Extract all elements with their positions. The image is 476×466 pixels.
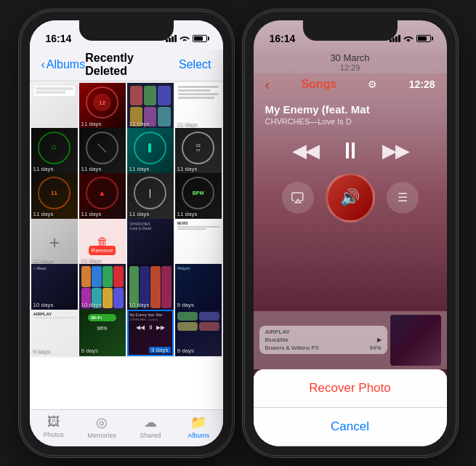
tab-shared[interactable]: ☁ Shared	[126, 414, 175, 439]
cell-days: 11 days	[129, 166, 150, 172]
time-left: 16:14	[46, 33, 72, 44]
cell-days: 9 days	[149, 347, 171, 353]
wifi-icon	[179, 35, 190, 42]
action-sheet: Recover Photo Cancel	[254, 369, 447, 446]
cell-days: 11 days	[81, 257, 102, 263]
airplay-button[interactable]	[282, 182, 314, 214]
photo-grid: 12 11 days 11 days	[30, 81, 223, 358]
battery-icon-right	[416, 35, 431, 42]
wifi-icon-right	[403, 35, 414, 42]
recover-photo-label: Recover Photo	[309, 381, 390, 395]
select-button[interactable]: Select	[179, 58, 211, 71]
photo-cell[interactable]: 123 9 11 days	[175, 128, 222, 174]
now-playing-time: 12:28	[409, 79, 435, 90]
photo-cell[interactable]: NEWS	[175, 219, 222, 265]
pause-button[interactable]: ⏸	[339, 137, 362, 164]
queue-button[interactable]: ☰	[387, 182, 419, 214]
volume-button[interactable]: 🔊	[326, 173, 375, 222]
playback-controls: ◀◀ ⏸ ▶▶	[265, 137, 435, 164]
airplay-row: AIRPLAY Blue&Me ▶ Bowers & Wilkins PX 94…	[259, 326, 387, 354]
music-title: My Enemy (feat. Mat	[265, 103, 435, 116]
cell-days: 11 days	[129, 121, 150, 127]
albums-icon: 📁	[190, 414, 206, 430]
photo-cell[interactable]: 11 days	[175, 83, 222, 129]
battery-icon	[193, 35, 207, 42]
list-icon: ☰	[398, 190, 408, 204]
photo-cell[interactable]: 9 days	[175, 310, 222, 356]
tab-bar: 🖼 Photos ◎ Memories ☁ Shared 📁 Albums	[30, 409, 223, 446]
photo-cell[interactable]: 11 days	[127, 128, 174, 174]
photo-cell[interactable]: 11 days	[127, 173, 174, 220]
cell-days: 10 days	[81, 302, 102, 308]
notch-right	[303, 20, 398, 41]
cancel-button[interactable]: Cancel	[254, 408, 447, 446]
svg-marker-0	[295, 199, 301, 203]
tab-albums[interactable]: 📁 Albums	[174, 414, 223, 439]
photo-cell[interactable]: 11 11 days	[31, 173, 78, 220]
tab-photos[interactable]: 🖼 Photos	[30, 414, 78, 438]
music-subtitle: CHVRCHES—Love Is D	[265, 117, 435, 126]
date-text: 30 March	[254, 52, 447, 63]
cell-days: 11 days	[81, 211, 102, 217]
airplay-device-1: Blue&Me ▶	[265, 337, 382, 343]
settings-icon-right[interactable]: ⚙	[368, 79, 377, 90]
cell-days: 11 days	[33, 166, 54, 172]
airplay-device-2: Bowers & Wilkins PX 94%	[265, 345, 382, 351]
photo-cell[interactable]: 12 11 days	[79, 83, 126, 129]
tab-shared-label: Shared	[140, 432, 161, 439]
recover-photo-button[interactable]: Recover Photo	[254, 369, 447, 408]
cell-days: 10 days	[129, 302, 150, 308]
cell-days: 11 days	[177, 166, 198, 172]
tab-photos-label: Photos	[44, 431, 64, 438]
action-sheet-overlay: AIRPLAY Blue&Me ▶ Bowers & Wilkins PX 94…	[254, 311, 447, 446]
photo-cell[interactable]: 11 days	[79, 128, 126, 174]
cell-days: 11 days	[81, 166, 102, 172]
tab-memories[interactable]: ◎ Memories	[78, 414, 126, 439]
photo-cell[interactable]: ♫ Music 10 days	[31, 264, 78, 310]
status-icons-left	[166, 35, 207, 42]
rewind-button[interactable]: ◀◀	[292, 140, 318, 162]
nav-title-left: Recently Deleted	[85, 52, 179, 78]
photo-cell[interactable]: Widgets 9 days	[175, 264, 222, 310]
volume-icon: 🔊	[340, 188, 360, 207]
phone-left-screen: 16:14	[30, 20, 223, 446]
cell-days: 10 days	[33, 302, 54, 308]
cell-days: 9 days	[81, 348, 99, 354]
cell-days: 11 days	[33, 211, 54, 217]
tab-memories-label: Memories	[87, 432, 116, 439]
nav-bar-left: ‹ Albums Recently Deleted Select	[30, 49, 223, 81]
volume-control: 🔊 ☰	[265, 173, 435, 222]
photo-cell[interactable]: My Enemy feat. Mat CHVRCHES - Love Is ◀◀…	[127, 310, 174, 356]
cell-days: 11 days	[33, 257, 54, 263]
photo-cell[interactable]	[31, 83, 78, 129]
photo-cell[interactable]: 10 days	[79, 264, 126, 310]
photo-cell[interactable]: 11 days	[127, 83, 174, 129]
photo-cell[interactable]: ▲ 11 days	[79, 173, 126, 220]
photo-cell-plus[interactable]: ＋ 11 days	[31, 219, 78, 265]
cell-days: 11 days	[81, 121, 102, 127]
photo-cell[interactable]: ⬡ 11 days	[31, 128, 78, 174]
tab-albums-label: Albums	[187, 432, 209, 439]
photo-cell-remove[interactable]: 🗑 Remove 11 days	[79, 219, 126, 265]
songs-label[interactable]: Songs	[301, 78, 336, 91]
cell-days: 11 days	[129, 211, 150, 217]
cell-days: 11 days	[177, 121, 198, 127]
photo-cell[interactable]: 10 days	[127, 264, 174, 310]
photo-cell[interactable]: BPM 11 days	[175, 173, 222, 220]
mini-photo	[390, 315, 441, 366]
cancel-label: Cancel	[331, 419, 369, 434]
back-button-left[interactable]: ‹ Albums	[41, 58, 86, 71]
blurred-background: AIRPLAY Blue&Me ▶ Bowers & Wilkins PX 94…	[254, 311, 447, 369]
photo-cell[interactable]: CHVRCHESLove Is Dead	[127, 219, 174, 265]
cell-days: 9 days	[33, 348, 51, 354]
photo-cell[interactable]: Wi-Fi 96% 9 days	[79, 310, 126, 356]
date-time-text: 12:29	[254, 63, 447, 72]
remove-label: Remove	[89, 246, 116, 255]
back-button-right[interactable]: ‹	[265, 76, 270, 93]
photo-cell[interactable]: AIRPLAY 9 days	[31, 310, 78, 356]
forward-button[interactable]: ▶▶	[382, 140, 408, 162]
back-label: Albums	[47, 58, 85, 71]
memories-icon: ◎	[96, 414, 108, 430]
phone-right: 16:14 30	[245, 12, 456, 455]
phone-left: 16:14	[21, 12, 232, 455]
